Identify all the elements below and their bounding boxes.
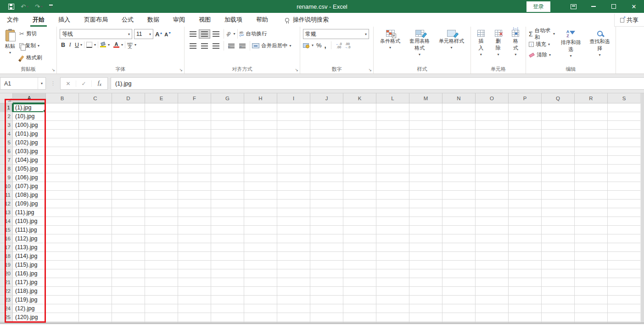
cell-E6[interactable] (145, 147, 178, 156)
cell-Q8[interactable] (542, 165, 575, 173)
cell-M1[interactable] (409, 103, 442, 112)
cell-B1[interactable] (46, 103, 79, 112)
cell-S5[interactable] (608, 138, 641, 147)
column-header-R[interactable]: R (575, 93, 608, 103)
cell-B25[interactable] (46, 313, 79, 322)
cell-R17[interactable] (575, 243, 608, 252)
cell-O5[interactable] (476, 138, 509, 147)
cell-B18[interactable] (46, 252, 79, 261)
column-header-M[interactable]: M (409, 93, 442, 103)
cell-I10[interactable] (277, 182, 310, 191)
align-middle-icon[interactable] (199, 29, 210, 39)
cell-H23[interactable] (244, 296, 277, 304)
cell-P25[interactable] (509, 313, 542, 322)
column-header-E[interactable]: E (145, 93, 178, 103)
cell-O6[interactable] (476, 147, 509, 156)
cell-G4[interactable] (211, 130, 244, 138)
cell-Q1[interactable] (542, 103, 575, 112)
cell-P18[interactable] (509, 252, 542, 261)
cell-H25[interactable] (244, 313, 277, 322)
cell-H4[interactable] (244, 130, 277, 138)
cell-B21[interactable] (46, 278, 79, 287)
cell-I14[interactable] (277, 217, 310, 226)
cell-D9[interactable] (112, 173, 145, 182)
column-header-F[interactable]: F (178, 93, 211, 103)
column-header-Q[interactable]: Q (542, 93, 575, 103)
cell-K8[interactable] (343, 165, 376, 173)
cell-J7[interactable] (310, 156, 343, 165)
cell-D16[interactable] (112, 234, 145, 243)
cell-J25[interactable] (310, 313, 343, 322)
cell-D4[interactable] (112, 130, 145, 138)
cell-I25[interactable] (277, 313, 310, 322)
cell-G13[interactable] (211, 208, 244, 217)
cell-C16[interactable] (79, 234, 112, 243)
cell-A17[interactable]: (113).jpg (13, 243, 46, 252)
cell-J16[interactable] (310, 234, 343, 243)
cell-C22[interactable] (79, 287, 112, 296)
cell-I17[interactable] (277, 243, 310, 252)
orientation-icon[interactable]: ab (225, 30, 232, 37)
cell-D8[interactable] (112, 165, 145, 173)
cell-O3[interactable] (476, 121, 509, 130)
cell-M5[interactable] (409, 138, 442, 147)
cell-O24[interactable] (476, 304, 509, 313)
cell-F23[interactable] (178, 296, 211, 304)
row-header-21[interactable]: 21 (0, 278, 13, 287)
cell-E1[interactable] (145, 103, 178, 112)
cell-P3[interactable] (509, 121, 542, 130)
cell-J24[interactable] (310, 304, 343, 313)
cell-F19[interactable] (178, 261, 211, 269)
cell-K10[interactable] (343, 182, 376, 191)
cell-N10[interactable] (442, 182, 476, 191)
cell-D12[interactable] (112, 200, 145, 208)
cell-O11[interactable] (476, 191, 509, 200)
sort-filter-button[interactable]: AZ 排序和筛选 ▾ (558, 29, 584, 65)
cell-E11[interactable] (145, 191, 178, 200)
cell-R20[interactable] (575, 269, 608, 278)
cell-G5[interactable] (211, 138, 244, 147)
font-size-combo[interactable]: 11▾ (134, 29, 153, 39)
cell-R3[interactable] (575, 121, 608, 130)
cell-L18[interactable] (376, 252, 409, 261)
cell-E17[interactable] (145, 243, 178, 252)
column-header-L[interactable]: L (376, 93, 409, 103)
cell-K18[interactable] (343, 252, 376, 261)
cell-I8[interactable] (277, 165, 310, 173)
cell-S15[interactable] (608, 226, 641, 234)
cell-E3[interactable] (145, 121, 178, 130)
cell-G16[interactable] (211, 234, 244, 243)
cell-N6[interactable] (442, 147, 476, 156)
insert-function-icon[interactable]: fx (92, 80, 107, 87)
cell-Q7[interactable] (542, 156, 575, 165)
borders-icon[interactable] (86, 42, 92, 48)
cell-G2[interactable] (211, 112, 244, 121)
cell-P7[interactable] (509, 156, 542, 165)
cell-F22[interactable] (178, 287, 211, 296)
cell-O17[interactable] (476, 243, 509, 252)
cell-H3[interactable] (244, 121, 277, 130)
cell-B22[interactable] (46, 287, 79, 296)
cell-G9[interactable] (211, 173, 244, 182)
align-left-icon[interactable] (187, 41, 199, 51)
cell-M14[interactable] (409, 217, 442, 226)
cell-K17[interactable] (343, 243, 376, 252)
cell-I15[interactable] (277, 226, 310, 234)
cell-K16[interactable] (343, 234, 376, 243)
tab-file[interactable]: 文件 (0, 13, 26, 27)
cell-R25[interactable] (575, 313, 608, 322)
cell-E25[interactable] (145, 313, 178, 322)
cell-L16[interactable] (376, 234, 409, 243)
tab-home[interactable]: 开始 (26, 13, 51, 27)
cell-B15[interactable] (46, 226, 79, 234)
cell-M8[interactable] (409, 165, 442, 173)
tab-data[interactable]: 数据 (140, 13, 166, 27)
cell-H11[interactable] (244, 191, 277, 200)
cell-L19[interactable] (376, 261, 409, 269)
cell-M2[interactable] (409, 112, 442, 121)
cell-C12[interactable] (79, 200, 112, 208)
cell-F13[interactable] (178, 208, 211, 217)
cell-O19[interactable] (476, 261, 509, 269)
column-header-J[interactable]: J (310, 93, 343, 103)
cell-H12[interactable] (244, 200, 277, 208)
